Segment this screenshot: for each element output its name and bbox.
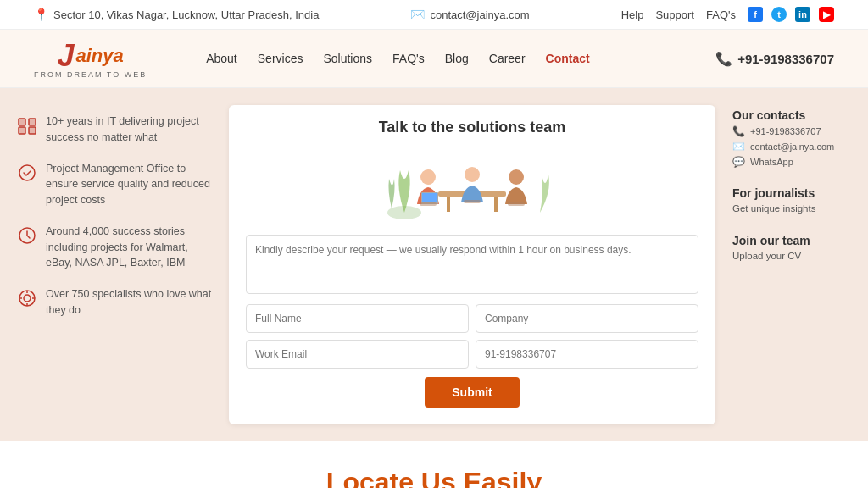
logo-tagline: FROM DREAM TO WEB <box>34 70 147 79</box>
bottom-section: Locate Us Easily <box>0 441 868 488</box>
submit-button[interactable]: Submit <box>425 377 519 408</box>
nav-career[interactable]: Career <box>489 52 526 65</box>
email-text: contact@jainya.com <box>430 8 529 21</box>
email-small-icon: ✉️ <box>732 141 745 152</box>
svg-rect-2 <box>29 119 36 125</box>
svg-rect-26 <box>464 200 481 203</box>
mail-icon: ✉️ <box>410 8 425 21</box>
support-link[interactable]: Support <box>655 8 694 21</box>
our-contacts-title: Our contacts <box>732 108 843 122</box>
feature-text-4: Over 750 specialists who love what they … <box>46 286 212 319</box>
contact-phone-item: 📞 +91-9198336707 <box>732 125 843 137</box>
journalists-title: For journalists <box>732 186 843 200</box>
svg-point-20 <box>420 169 436 185</box>
svg-rect-6 <box>29 127 36 134</box>
contact-whatsapp-text[interactable]: WhatsApp <box>750 157 793 167</box>
contact-illustration <box>246 145 698 225</box>
nav-phone-number[interactable]: +91-9198336707 <box>737 52 834 66</box>
feature-icon-2 <box>17 163 37 187</box>
top-bar-right-section: Help Support FAQ's f t in ▶ <box>621 7 834 22</box>
feature-text-2: Project Management Office to ensure serv… <box>46 161 212 208</box>
feature-icon-3 <box>17 225 37 250</box>
nav-faqs[interactable]: FAQ's <box>392 52 425 65</box>
nav-phone-section: 📞 +91-9198336707 <box>715 51 834 67</box>
locate-title: Locate Us Easily <box>0 467 868 488</box>
nav-links: About Services Solutions FAQ's Blog Care… <box>206 52 690 65</box>
whatsapp-icon: 💬 <box>732 156 745 168</box>
youtube-icon[interactable]: ▶ <box>819 7 834 22</box>
form-submit-row: Submit <box>246 377 698 408</box>
svg-rect-0 <box>19 119 25 125</box>
top-bar: 📍 Sector 10, Vikas Nagar, Lucknow, Uttar… <box>0 0 868 30</box>
right-panel: Our contacts 📞 +91-9198336707 ✉️ contact… <box>732 105 843 424</box>
top-bar-address-section: 📍 Sector 10, Vikas Nagar, Lucknow, Uttar… <box>34 8 319 21</box>
features-panel: 10+ years in IT delivering project succe… <box>17 105 212 424</box>
svg-rect-25 <box>420 202 437 206</box>
address-text: Sector 10, Vikas Nagar, Lucknow, Uttar P… <box>53 8 319 21</box>
linkedin-icon[interactable]: in <box>795 7 810 22</box>
faqs-link[interactable]: FAQ's <box>706 8 736 21</box>
contact-form-panel: Talk to the solutions team <box>229 105 715 424</box>
svg-point-24 <box>509 169 524 185</box>
phone-small-icon: 📞 <box>732 125 745 137</box>
contact-form-title: Talk to the solutions team <box>246 119 698 136</box>
feature-item-4: Over 750 specialists who love what they … <box>17 286 212 319</box>
upload-cv-link[interactable]: Upload your CV <box>732 251 843 261</box>
feature-text-1: 10+ years in IT delivering project succe… <box>46 114 212 146</box>
help-link[interactable]: Help <box>621 8 644 21</box>
feature-item-2: Project Management Office to ensure serv… <box>17 161 212 208</box>
logo-j-icon: J <box>57 38 74 74</box>
svg-rect-18 <box>447 197 450 212</box>
team-section: Join our team Upload your CV <box>732 234 843 266</box>
svg-rect-4 <box>19 127 25 134</box>
svg-point-23 <box>465 167 480 182</box>
form-row-1 <box>246 304 698 333</box>
team-title: Join our team <box>732 234 843 247</box>
contact-whatsapp-item: 💬 WhatsApp <box>732 156 843 168</box>
contact-form: Submit <box>246 235 698 408</box>
feature-item-1: 10+ years in IT delivering project succe… <box>17 114 212 146</box>
svg-point-8 <box>19 165 35 180</box>
phone-icon: 📞 <box>715 51 732 67</box>
form-row-2 <box>246 340 698 369</box>
navbar: J ainya FROM DREAM TO WEB About Services… <box>0 30 868 88</box>
full-name-input[interactable] <box>246 304 469 333</box>
feature-item-3: Around 4,000 success stories including p… <box>17 224 212 271</box>
feature-text-3: Around 4,000 success stories including p… <box>46 224 212 271</box>
svg-point-11 <box>24 295 31 302</box>
nav-about[interactable]: About <box>206 52 237 65</box>
facebook-icon[interactable]: f <box>748 7 763 22</box>
svg-rect-27 <box>508 202 525 206</box>
nav-services[interactable]: Services <box>258 52 303 65</box>
logo-ainya: ainya <box>75 45 123 67</box>
twitter-icon[interactable]: t <box>771 7 787 22</box>
top-bar-email-section: ✉️ contact@jainya.com <box>410 8 529 21</box>
main-content: 10+ years in IT delivering project succe… <box>0 88 868 441</box>
social-icons: f t in ▶ <box>748 7 834 22</box>
feature-icon-4 <box>17 288 37 313</box>
pin-icon: 📍 <box>34 8 48 21</box>
nav-solutions[interactable]: Solutions <box>323 52 372 65</box>
journalists-link[interactable]: Get unique insights <box>732 203 843 214</box>
contact-email-text[interactable]: contact@jainya.com <box>750 141 834 152</box>
phone-input[interactable] <box>476 340 698 369</box>
logo[interactable]: J ainya FROM DREAM TO WEB <box>34 38 147 79</box>
company-input[interactable] <box>476 304 698 333</box>
feature-icon-1 <box>17 115 37 140</box>
nav-blog[interactable]: Blog <box>445 52 469 65</box>
work-email-input[interactable] <box>246 340 469 369</box>
contact-phone-text[interactable]: +91-9198336707 <box>750 126 821 136</box>
our-contacts-section: Our contacts 📞 +91-9198336707 ✉️ contact… <box>732 108 843 171</box>
contact-email-item: ✉️ contact@jainya.com <box>732 141 843 152</box>
svg-rect-22 <box>422 193 437 202</box>
svg-rect-19 <box>494 197 498 212</box>
nav-contact[interactable]: Contact <box>546 52 590 65</box>
team-illustration-svg <box>379 145 565 221</box>
journalists-section: For journalists Get unique insights <box>732 186 843 219</box>
request-textarea[interactable] <box>246 235 698 294</box>
